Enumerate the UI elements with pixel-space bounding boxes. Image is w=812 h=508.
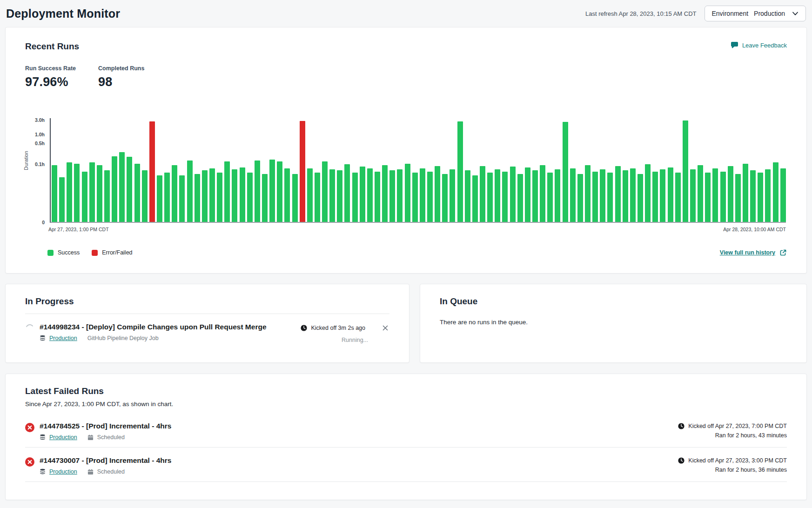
chart-bar[interactable] xyxy=(329,169,335,222)
chart-bar[interactable] xyxy=(247,173,253,222)
chart-bar[interactable] xyxy=(705,173,711,222)
chart-bar[interactable] xyxy=(119,152,125,222)
chart-bar[interactable] xyxy=(668,167,673,222)
chart-bar[interactable] xyxy=(758,173,763,222)
chart-bar[interactable] xyxy=(502,172,508,222)
chart-bar[interactable] xyxy=(292,174,298,222)
cancel-run-icon[interactable] xyxy=(381,324,389,332)
chart-bar[interactable] xyxy=(255,160,260,222)
chart-bar[interactable] xyxy=(472,175,478,222)
chart-bar[interactable] xyxy=(623,170,628,222)
failed-run-environment-link[interactable]: Production xyxy=(49,468,77,475)
chart-bar[interactable] xyxy=(360,167,365,222)
chart-bar[interactable] xyxy=(134,164,140,222)
chart-bar[interactable] xyxy=(82,172,87,222)
chart-bar[interactable] xyxy=(412,173,418,222)
chart-bar[interactable] xyxy=(74,164,80,222)
chart-bar[interactable] xyxy=(728,166,733,222)
chart-bar[interactable] xyxy=(675,173,681,222)
chart-bar[interactable] xyxy=(427,172,433,222)
chart-bar[interactable] xyxy=(525,167,530,222)
chart-bar[interactable] xyxy=(532,170,538,222)
chart-bar[interactable] xyxy=(179,175,185,222)
chart-bar[interactable] xyxy=(337,170,342,222)
chart-bar[interactable] xyxy=(405,164,410,222)
chart-bar[interactable] xyxy=(322,161,328,222)
chart-bar[interactable] xyxy=(104,170,110,222)
chart-bar[interactable] xyxy=(397,169,403,222)
environment-dropdown[interactable]: Environment Production xyxy=(705,6,806,21)
chart-bar[interactable] xyxy=(382,165,388,222)
chart-bar[interactable] xyxy=(450,169,455,222)
chart-bar[interactable] xyxy=(487,173,493,222)
chart-bar[interactable] xyxy=(735,174,741,222)
chart-bar[interactable] xyxy=(157,175,162,222)
chart-bar[interactable] xyxy=(224,161,230,222)
chart-bar[interactable] xyxy=(720,172,726,222)
chart-bar[interactable] xyxy=(232,169,237,222)
chart-bar[interactable] xyxy=(773,162,778,222)
chart-bar[interactable] xyxy=(592,172,598,222)
chart-bar[interactable] xyxy=(262,174,268,222)
chart-bar[interactable] xyxy=(149,121,155,222)
chart-bar[interactable] xyxy=(600,169,605,222)
chart-bar[interactable] xyxy=(690,169,696,222)
chart-bar[interactable] xyxy=(495,169,500,222)
chart-bar[interactable] xyxy=(209,168,215,222)
chart-bar[interactable] xyxy=(277,161,282,222)
chart-bar[interactable] xyxy=(435,166,440,222)
chart-bar[interactable] xyxy=(300,121,305,222)
chart-bar[interactable] xyxy=(112,156,117,222)
chart-bar[interactable] xyxy=(750,170,756,222)
chart-bar[interactable] xyxy=(555,169,560,222)
chart-bar[interactable] xyxy=(630,168,636,222)
chart-bar[interactable] xyxy=(563,122,568,222)
chart-bar[interactable] xyxy=(164,173,170,222)
chart-bar[interactable] xyxy=(89,162,95,222)
chart-bar[interactable] xyxy=(367,168,373,222)
chart-bar[interactable] xyxy=(52,165,57,222)
chart-bar[interactable] xyxy=(743,164,748,222)
chart-bar[interactable] xyxy=(465,170,470,222)
chart-bar[interactable] xyxy=(217,173,222,222)
chart-bar[interactable] xyxy=(660,169,665,222)
chart-bar[interactable] xyxy=(172,165,177,222)
chart-bar[interactable] xyxy=(540,165,545,222)
chart-bar[interactable] xyxy=(59,177,65,222)
chart-bar[interactable] xyxy=(315,173,320,222)
chart-bar[interactable] xyxy=(510,167,516,222)
chart-bar[interactable] xyxy=(195,174,200,222)
chart-bar[interactable] xyxy=(577,174,583,222)
chart-bar[interactable] xyxy=(307,168,313,222)
chart-bar[interactable] xyxy=(269,160,275,222)
chart-bar[interactable] xyxy=(127,157,132,222)
chart-bar[interactable] xyxy=(375,172,380,222)
chart-bar[interactable] xyxy=(652,172,658,222)
in-progress-environment-link[interactable]: Production xyxy=(49,335,77,341)
chart-bar[interactable] xyxy=(344,164,350,222)
chart-bar[interactable] xyxy=(202,170,208,222)
chart-bar[interactable] xyxy=(683,120,688,222)
chart-bar[interactable] xyxy=(142,170,148,222)
chart-bar[interactable] xyxy=(570,168,576,222)
chart-bar[interactable] xyxy=(480,166,485,222)
chart-bar[interactable] xyxy=(284,168,290,222)
chart-bar[interactable] xyxy=(698,165,703,222)
chart-bar[interactable] xyxy=(712,168,718,222)
chart-bar[interactable] xyxy=(420,168,425,222)
chart-bar[interactable] xyxy=(187,160,193,222)
chart-bar[interactable] xyxy=(615,166,621,222)
chart-bar[interactable] xyxy=(97,165,102,222)
chart-bar[interactable] xyxy=(645,164,651,222)
failed-run-environment-link[interactable]: Production xyxy=(49,434,77,441)
view-full-run-history-link[interactable]: View full run history xyxy=(720,249,787,256)
chart-bar[interactable] xyxy=(389,170,395,222)
chart-bar[interactable] xyxy=(585,165,591,222)
chart-bar[interactable] xyxy=(67,162,72,222)
chart-bar[interactable] xyxy=(240,167,245,222)
chart-bar[interactable] xyxy=(607,173,613,222)
leave-feedback-link[interactable]: Leave Feedback xyxy=(731,41,787,49)
chart-bar[interactable] xyxy=(547,173,553,222)
chart-bar[interactable] xyxy=(765,169,771,222)
chart-bar[interactable] xyxy=(442,174,448,222)
